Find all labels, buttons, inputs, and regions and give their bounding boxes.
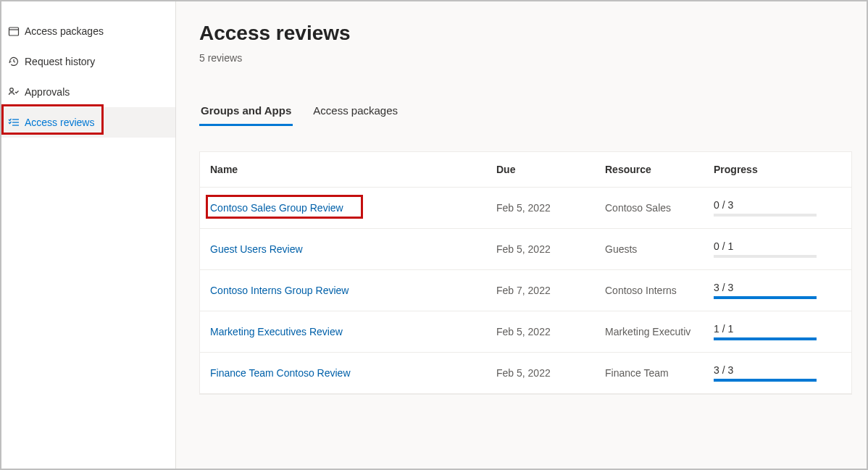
cell-due: Feb 7, 2022 <box>486 273 595 308</box>
cell-resource: Finance Team <box>595 356 704 390</box>
review-name-link[interactable]: Contoso Interns Group Review <box>210 285 349 296</box>
cell-progress: 3 / 3 <box>704 270 827 311</box>
progress-fill <box>714 379 817 382</box>
cell-name: Contoso Sales Group Review <box>200 190 486 225</box>
tabs: Groups and AppsAccess packages <box>199 98 852 127</box>
cell-due: Feb 5, 2022 <box>486 314 595 349</box>
cell-resource: Contoso Interns <box>595 273 704 308</box>
col-header-resource[interactable]: Resource <box>595 152 704 187</box>
svg-point-2 <box>10 88 14 92</box>
progress-fill <box>714 296 817 299</box>
review-name-link[interactable]: Guest Users Review <box>210 243 303 255</box>
progress-fill <box>714 337 817 340</box>
sidebar-item-access-packages[interactable]: Access packages <box>1 16 175 46</box>
checklist-icon <box>7 116 20 129</box>
sidebar-item-request-history[interactable]: Request history <box>1 46 175 77</box>
progress-text: 3 / 3 <box>714 364 817 376</box>
table-row: Guest Users ReviewFeb 5, 2022Guests0 / 1 <box>200 229 851 270</box>
progress-bar <box>714 214 817 217</box>
app-frame: Access packagesRequest historyApprovalsA… <box>0 0 868 470</box>
svg-rect-0 <box>9 28 19 35</box>
progress-text: 0 / 1 <box>714 240 817 252</box>
cell-progress: 1 / 1 <box>704 311 827 352</box>
review-name-link[interactable]: Contoso Sales Group Review <box>210 202 343 214</box>
table-header-row: Name Due Resource Progress <box>200 152 851 188</box>
cell-name: Marketing Executives Review <box>200 314 486 349</box>
col-header-name[interactable]: Name <box>200 152 486 187</box>
review-name-link[interactable]: Finance Team Contoso Review <box>210 367 351 379</box>
sidebar-item-label: Request history <box>25 56 170 67</box>
sidebar-item-access-reviews[interactable]: Access reviews <box>1 107 175 138</box>
table-row: Marketing Executives ReviewFeb 5, 2022Ma… <box>200 311 851 353</box>
review-name-link[interactable]: Marketing Executives Review <box>210 326 343 337</box>
progress-text: 1 / 1 <box>714 323 817 335</box>
cell-resource: Guests <box>595 232 704 267</box>
cell-name: Finance Team Contoso Review <box>200 356 486 390</box>
progress-text: 0 / 3 <box>714 199 817 211</box>
sidebar-item-label: Access reviews <box>25 117 170 128</box>
tab-groups-apps[interactable]: Groups and Apps <box>199 98 293 126</box>
cell-progress: 0 / 1 <box>704 229 827 269</box>
progress-bar <box>714 255 817 258</box>
progress-bar <box>714 337 817 340</box>
table-body: Contoso Sales Group ReviewFeb 5, 2022Con… <box>200 188 851 394</box>
sidebar-item-approvals[interactable]: Approvals <box>1 77 175 107</box>
sidebar: Access packagesRequest historyApprovalsA… <box>1 1 176 469</box>
tab-access-packages[interactable]: Access packages <box>312 98 399 126</box>
reviews-table: Name Due Resource Progress Contoso Sales… <box>199 151 852 395</box>
history-icon <box>7 55 20 68</box>
progress-bar <box>714 296 817 299</box>
col-header-due[interactable]: Due <box>486 152 595 187</box>
cell-progress: 3 / 3 <box>704 353 827 393</box>
sidebar-item-label: Approvals <box>25 86 170 98</box>
cell-progress: 0 / 3 <box>704 188 827 228</box>
cell-due: Feb 5, 2022 <box>486 356 595 390</box>
table-row: Finance Team Contoso ReviewFeb 5, 2022Fi… <box>200 353 851 394</box>
cell-due: Feb 5, 2022 <box>486 190 595 225</box>
table-row: Contoso Sales Group ReviewFeb 5, 2022Con… <box>200 188 851 229</box>
sidebar-item-label: Access packages <box>25 25 170 37</box>
package-icon <box>7 25 20 38</box>
cell-resource: Contoso Sales <box>595 190 704 225</box>
cell-name: Contoso Interns Group Review <box>200 273 486 308</box>
progress-text: 3 / 3 <box>714 282 817 293</box>
page-subtitle: 5 reviews <box>199 52 852 64</box>
cell-resource: Marketing Executiv <box>595 314 704 349</box>
main-content: Access reviews 5 reviews Groups and Apps… <box>176 1 867 469</box>
col-header-progress[interactable]: Progress <box>704 152 827 187</box>
progress-bar <box>714 379 817 382</box>
table-row: Contoso Interns Group ReviewFeb 7, 2022C… <box>200 270 851 311</box>
approvals-icon <box>7 85 20 98</box>
cell-name: Guest Users Review <box>200 232 486 267</box>
cell-due: Feb 5, 2022 <box>486 232 595 267</box>
page-title: Access reviews <box>199 22 852 45</box>
